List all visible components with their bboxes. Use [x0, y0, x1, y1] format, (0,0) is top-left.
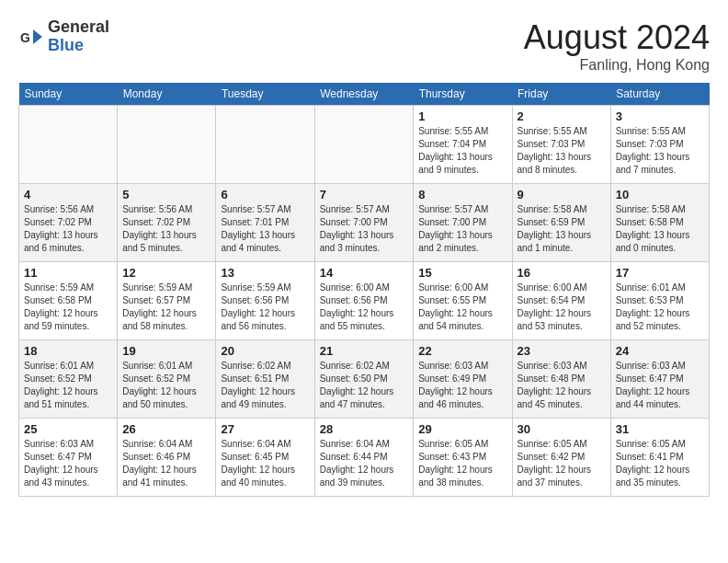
calendar-cell: 15Sunrise: 6:00 AM Sunset: 6:55 PM Dayli… — [414, 262, 512, 340]
logo-icon: G — [18, 24, 44, 50]
month-title: August 2024 — [524, 18, 710, 57]
day-number: 29 — [418, 422, 506, 436]
day-info: Sunrise: 5:55 AM Sunset: 7:03 PM Dayligh… — [616, 125, 704, 177]
day-number: 24 — [616, 344, 704, 358]
day-number: 22 — [418, 344, 506, 358]
svg-text:G: G — [20, 30, 30, 45]
day-info: Sunrise: 5:57 AM Sunset: 7:00 PM Dayligh… — [418, 203, 506, 255]
day-number: 19 — [122, 344, 210, 358]
location: Fanling, Hong Kong — [524, 57, 710, 74]
day-info: Sunrise: 5:57 AM Sunset: 7:01 PM Dayligh… — [221, 203, 309, 255]
calendar-cell: 7Sunrise: 5:57 AM Sunset: 7:00 PM Daylig… — [314, 184, 414, 262]
calendar-cell: 18Sunrise: 6:01 AM Sunset: 6:52 PM Dayli… — [19, 340, 118, 419]
calendar-cell: 25Sunrise: 6:03 AM Sunset: 6:47 PM Dayli… — [19, 419, 118, 497]
calendar-cell: 30Sunrise: 6:05 AM Sunset: 6:42 PM Dayli… — [512, 419, 610, 497]
day-number: 6 — [221, 188, 309, 201]
calendar-cell: 3Sunrise: 5:55 AM Sunset: 7:03 PM Daylig… — [610, 106, 709, 184]
day-number: 21 — [320, 344, 409, 358]
calendar-cell: 23Sunrise: 6:03 AM Sunset: 6:48 PM Dayli… — [512, 340, 610, 419]
calendar-cell — [314, 106, 414, 184]
calendar-cell: 29Sunrise: 6:05 AM Sunset: 6:43 PM Dayli… — [414, 419, 512, 497]
week-row-2: 4Sunrise: 5:56 AM Sunset: 7:02 PM Daylig… — [19, 184, 710, 262]
day-info: Sunrise: 6:02 AM Sunset: 6:51 PM Dayligh… — [221, 360, 309, 411]
calendar-cell: 8Sunrise: 5:57 AM Sunset: 7:00 PM Daylig… — [414, 184, 512, 262]
calendar-cell — [216, 106, 314, 184]
calendar-cell: 27Sunrise: 6:04 AM Sunset: 6:45 PM Dayli… — [216, 419, 314, 497]
day-info: Sunrise: 6:01 AM Sunset: 6:52 PM Dayligh… — [24, 360, 112, 411]
day-number: 20 — [221, 344, 309, 358]
calendar-cell: 4Sunrise: 5:56 AM Sunset: 7:02 PM Daylig… — [19, 184, 118, 262]
day-number: 10 — [616, 188, 704, 201]
day-info: Sunrise: 6:04 AM Sunset: 6:44 PM Dayligh… — [320, 438, 409, 489]
day-info: Sunrise: 6:03 AM Sunset: 6:47 PM Dayligh… — [24, 438, 112, 489]
day-info: Sunrise: 6:05 AM Sunset: 6:43 PM Dayligh… — [418, 438, 506, 489]
calendar-cell: 20Sunrise: 6:02 AM Sunset: 6:51 PM Dayli… — [216, 340, 314, 419]
calendar-cell: 21Sunrise: 6:02 AM Sunset: 6:50 PM Dayli… — [314, 340, 414, 419]
calendar-cell: 28Sunrise: 6:04 AM Sunset: 6:44 PM Dayli… — [314, 419, 414, 497]
day-number: 1 — [418, 109, 506, 123]
day-info: Sunrise: 5:55 AM Sunset: 7:04 PM Dayligh… — [418, 125, 506, 177]
day-number: 16 — [518, 266, 606, 280]
calendar-cell: 17Sunrise: 6:01 AM Sunset: 6:53 PM Dayli… — [610, 262, 709, 340]
day-info: Sunrise: 6:03 AM Sunset: 6:48 PM Dayligh… — [518, 360, 606, 411]
day-info: Sunrise: 6:05 AM Sunset: 6:41 PM Dayligh… — [616, 438, 704, 489]
day-number: 25 — [24, 422, 112, 436]
svg-marker-1 — [33, 29, 42, 44]
calendar-cell: 14Sunrise: 6:00 AM Sunset: 6:56 PM Dayli… — [314, 262, 414, 340]
day-number: 12 — [122, 266, 210, 280]
day-info: Sunrise: 6:03 AM Sunset: 6:47 PM Dayligh… — [616, 360, 704, 411]
calendar-cell: 11Sunrise: 5:59 AM Sunset: 6:58 PM Dayli… — [19, 262, 118, 340]
day-number: 8 — [418, 188, 506, 201]
logo: G General Blue — [18, 18, 109, 55]
calendar-table: SundayMondayTuesdayWednesdayThursdayFrid… — [18, 83, 710, 497]
day-header-sunday: Sunday — [19, 83, 118, 106]
day-header-friday: Friday — [512, 83, 610, 106]
week-row-3: 11Sunrise: 5:59 AM Sunset: 6:58 PM Dayli… — [19, 262, 710, 340]
day-info: Sunrise: 6:01 AM Sunset: 6:53 PM Dayligh… — [616, 282, 704, 333]
day-info: Sunrise: 6:04 AM Sunset: 6:45 PM Dayligh… — [221, 438, 309, 489]
calendar-cell: 5Sunrise: 5:56 AM Sunset: 7:02 PM Daylig… — [118, 184, 216, 262]
day-info: Sunrise: 5:56 AM Sunset: 7:02 PM Dayligh… — [24, 203, 112, 255]
day-header-saturday: Saturday — [610, 83, 709, 106]
day-header-wednesday: Wednesday — [314, 83, 414, 106]
day-number: 9 — [518, 188, 606, 201]
logo-general: General — [48, 18, 109, 37]
day-number: 30 — [518, 422, 606, 436]
day-number: 2 — [518, 109, 606, 123]
day-number: 11 — [24, 266, 112, 280]
calendar-cell: 13Sunrise: 5:59 AM Sunset: 6:56 PM Dayli… — [216, 262, 314, 340]
day-info: Sunrise: 6:04 AM Sunset: 6:46 PM Dayligh… — [122, 438, 210, 489]
calendar-cell: 26Sunrise: 6:04 AM Sunset: 6:46 PM Dayli… — [118, 419, 216, 497]
day-number: 15 — [418, 266, 506, 280]
day-header-thursday: Thursday — [414, 83, 512, 106]
day-number: 18 — [24, 344, 112, 358]
day-info: Sunrise: 6:02 AM Sunset: 6:50 PM Dayligh… — [320, 360, 409, 411]
logo-text: General Blue — [48, 18, 109, 55]
calendar-cell: 1Sunrise: 5:55 AM Sunset: 7:04 PM Daylig… — [414, 106, 512, 184]
day-number: 13 — [221, 266, 309, 280]
day-info: Sunrise: 6:01 AM Sunset: 6:52 PM Dayligh… — [122, 360, 210, 411]
week-row-5: 25Sunrise: 6:03 AM Sunset: 6:47 PM Dayli… — [19, 419, 710, 497]
day-header-tuesday: Tuesday — [216, 83, 314, 106]
calendar-cell: 10Sunrise: 5:58 AM Sunset: 6:58 PM Dayli… — [610, 184, 709, 262]
day-info: Sunrise: 6:00 AM Sunset: 6:55 PM Dayligh… — [418, 282, 506, 333]
day-number: 14 — [320, 266, 409, 280]
calendar-cell: 24Sunrise: 6:03 AM Sunset: 6:47 PM Dayli… — [610, 340, 709, 419]
day-info: Sunrise: 5:58 AM Sunset: 6:58 PM Dayligh… — [616, 203, 704, 255]
day-number: 26 — [122, 422, 210, 436]
calendar-cell: 16Sunrise: 6:00 AM Sunset: 6:54 PM Dayli… — [512, 262, 610, 340]
calendar-cell: 9Sunrise: 5:58 AM Sunset: 6:59 PM Daylig… — [512, 184, 610, 262]
day-number: 4 — [24, 188, 112, 201]
day-info: Sunrise: 5:59 AM Sunset: 6:56 PM Dayligh… — [221, 282, 309, 333]
calendar-cell: 31Sunrise: 6:05 AM Sunset: 6:41 PM Dayli… — [610, 419, 709, 497]
day-number: 28 — [320, 422, 409, 436]
day-info: Sunrise: 6:05 AM Sunset: 6:42 PM Dayligh… — [518, 438, 606, 489]
calendar-cell — [19, 106, 118, 184]
day-info: Sunrise: 6:03 AM Sunset: 6:49 PM Dayligh… — [418, 360, 506, 411]
title-block: August 2024 Fanling, Hong Kong — [524, 18, 710, 74]
day-number: 23 — [518, 344, 606, 358]
day-number: 5 — [122, 188, 210, 201]
day-number: 7 — [320, 188, 409, 201]
calendar-cell: 12Sunrise: 5:59 AM Sunset: 6:57 PM Dayli… — [118, 262, 216, 340]
day-header-monday: Monday — [118, 83, 216, 106]
